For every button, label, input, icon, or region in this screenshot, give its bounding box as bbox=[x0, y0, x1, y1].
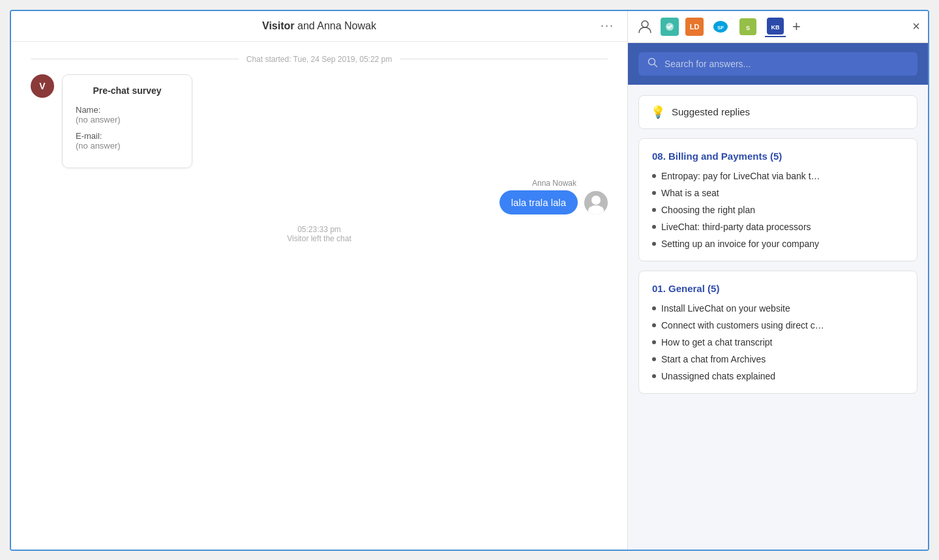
kb-article-item[interactable]: How to get a chat transcript bbox=[652, 337, 904, 347]
suggested-replies-button[interactable]: 💡 Suggested replies bbox=[638, 95, 917, 129]
chat-started-label: Chat started: Tue, 24 Sep 2019, 05:22 pm bbox=[246, 55, 392, 64]
survey-name-value: (no answer) bbox=[76, 115, 179, 125]
survey-email-label: E-mail: bbox=[76, 131, 179, 141]
pre-chat-survey-title: Pre-chat survey bbox=[76, 85, 179, 96]
kb-search-header bbox=[628, 43, 928, 85]
kb-article-item[interactable]: LiveChat: third-party data processors bbox=[652, 222, 904, 232]
svg-point-3 bbox=[642, 21, 648, 27]
survey-name-label: Name: bbox=[76, 105, 179, 115]
chat-started-divider: Chat started: Tue, 24 Sep 2019, 05:22 pm bbox=[31, 55, 608, 64]
search-icon bbox=[648, 57, 658, 70]
chat-event-time: 05:23:33 pm Visitor left the chat bbox=[31, 225, 608, 243]
survey-email-value: (no answer) bbox=[76, 141, 179, 151]
survey-email-field: E-mail: (no answer) bbox=[76, 131, 179, 151]
kb-article-item[interactable]: What is a seat bbox=[652, 188, 904, 198]
suggested-replies-label: Suggested replies bbox=[672, 106, 750, 117]
kb-article-item[interactable]: Entropay: pay for LiveChat via bank t… bbox=[652, 171, 904, 181]
chat-body: Chat started: Tue, 24 Sep 2019, 05:22 pm… bbox=[11, 42, 627, 550]
kb-category-general-title: 01. General (5) bbox=[652, 283, 904, 294]
salesforce-icon[interactable]: SF bbox=[710, 16, 731, 37]
svg-point-1 bbox=[591, 196, 601, 205]
bullet-icon bbox=[652, 191, 656, 195]
kb-category-billing-title: 08. Billing and Payments (5) bbox=[652, 151, 904, 162]
svg-line-12 bbox=[655, 64, 657, 66]
svg-text:KB: KB bbox=[771, 24, 780, 31]
kb-article-item[interactable]: Start a chat from Archives bbox=[652, 354, 904, 364]
chat-panel: Visitor and Anna Nowak ··· Chat started:… bbox=[11, 11, 628, 550]
kb-close-button[interactable]: × bbox=[912, 19, 920, 34]
agent-message-block: Anna Nowak lala trala lala bbox=[31, 179, 608, 214]
kb-article-item[interactable]: Install LiveChat on your website bbox=[652, 303, 904, 314]
agent-message-bubble: lala trala lala bbox=[499, 190, 578, 214]
add-integration-button[interactable]: + bbox=[792, 18, 801, 35]
bullet-icon bbox=[652, 357, 656, 361]
agent-avatar-icon bbox=[584, 191, 608, 214]
search-input[interactable] bbox=[664, 59, 908, 69]
svg-text:S: S bbox=[746, 25, 750, 31]
visitor-pre-chat-block: V Pre-chat survey Name: (no answer) E-ma… bbox=[31, 74, 608, 168]
chat-title: Visitor and Anna Nowak bbox=[262, 20, 376, 32]
bullet-icon bbox=[652, 208, 656, 212]
kb-category-billing: 08. Billing and Payments (5) Entropay: p… bbox=[638, 138, 917, 261]
chat-title-visitor: Visitor bbox=[262, 20, 295, 31]
kb-panel: LD SF S KB + bbox=[628, 11, 928, 550]
bullet-icon bbox=[652, 174, 656, 178]
kb-article-item[interactable]: Unassigned chats explained bbox=[652, 371, 904, 381]
bullet-icon bbox=[652, 242, 656, 246]
agent-bubble-row: lala trala lala bbox=[499, 190, 608, 214]
bullet-icon bbox=[652, 374, 656, 378]
kb-article-item[interactable]: Choosing the right plan bbox=[652, 205, 904, 215]
kb-article-list-general: Install LiveChat on your website Connect… bbox=[652, 303, 904, 381]
kb-icon[interactable]: KB bbox=[765, 16, 786, 37]
shopify-icon[interactable]: S bbox=[738, 16, 758, 37]
bullet-icon bbox=[652, 323, 656, 327]
visitor-avatar: V bbox=[31, 74, 54, 98]
orange-integration-icon[interactable]: LD bbox=[685, 18, 704, 36]
chat-title-agent: Anna Nowak bbox=[317, 20, 376, 31]
lightbulb-icon: 💡 bbox=[651, 105, 665, 119]
person-icon[interactable] bbox=[636, 18, 654, 36]
svg-text:SF: SF bbox=[717, 25, 724, 31]
app-container: Visitor and Anna Nowak ··· Chat started:… bbox=[10, 10, 929, 551]
bullet-icon bbox=[652, 340, 656, 344]
chat-menu-button[interactable]: ··· bbox=[601, 19, 614, 33]
kb-article-list-billing: Entropay: pay for LiveChat via bank t… W… bbox=[652, 171, 904, 249]
pre-chat-survey-card: Pre-chat survey Name: (no answer) E-mail… bbox=[62, 74, 192, 168]
bullet-icon bbox=[652, 306, 656, 310]
agent-avatar bbox=[584, 191, 608, 214]
kb-toolbar: LD SF S KB + bbox=[628, 11, 928, 43]
kb-search-bar bbox=[638, 52, 917, 76]
survey-name-field: Name: (no answer) bbox=[76, 105, 179, 125]
chat-title-connector: and bbox=[295, 20, 318, 31]
kb-category-general: 01. General (5) Install LiveChat on your… bbox=[638, 271, 917, 394]
kb-article-item[interactable]: Setting up an invoice for your company bbox=[652, 239, 904, 249]
bullet-icon bbox=[652, 225, 656, 229]
teal-integration-icon[interactable] bbox=[661, 18, 679, 36]
kb-article-item[interactable]: Connect with customers using direct c… bbox=[652, 320, 904, 331]
kb-content: 💡 Suggested replies 08. Billing and Paym… bbox=[628, 85, 928, 550]
agent-name-label: Anna Nowak bbox=[532, 179, 576, 188]
chat-header: Visitor and Anna Nowak ··· bbox=[11, 11, 627, 42]
